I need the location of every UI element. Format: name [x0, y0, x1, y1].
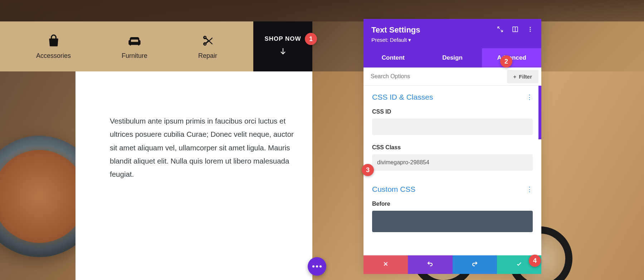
nav-label: Accessories — [36, 52, 71, 60]
nav-label: Repair — [198, 52, 217, 60]
scrollbar[interactable] — [538, 86, 541, 139]
panel-tabs: Content Design Advanced — [364, 48, 541, 68]
redo-icon — [472, 261, 478, 269]
undo-icon — [427, 261, 433, 269]
section-menu-icon[interactable]: ⋮ — [526, 185, 533, 193]
svg-point-2 — [530, 29, 531, 30]
nav-item-furniture[interactable]: Furniture — [122, 34, 147, 60]
close-icon — [382, 261, 389, 269]
arrow-down-icon — [279, 47, 287, 58]
nav-label: Furniture — [122, 52, 147, 60]
dots-icon — [312, 265, 322, 268]
tab-content[interactable]: Content — [364, 48, 423, 68]
panel-title: Text Settings — [371, 25, 420, 35]
section-css-id-classes: CSS ID & Classes ⋮ CSS ID CSS Class — [364, 86, 541, 178]
css-class-label: CSS Class — [372, 144, 533, 151]
tab-advanced[interactable]: Advanced — [482, 48, 541, 68]
plus-icon: + — [513, 74, 517, 80]
redo-button[interactable] — [453, 255, 497, 274]
undo-button[interactable] — [408, 255, 452, 274]
nav-tan-area: Accessories Furniture Repair — [0, 21, 253, 71]
columns-icon[interactable] — [512, 26, 518, 34]
preset-dropdown[interactable]: Preset: Default ▾ — [371, 37, 533, 43]
expand-icon[interactable] — [497, 26, 503, 34]
svg-point-1 — [530, 27, 531, 28]
check-icon — [516, 261, 522, 269]
tab-design[interactable]: Design — [423, 48, 482, 68]
callout-badge-1: 1 — [305, 33, 317, 45]
css-id-label: CSS ID — [372, 109, 533, 115]
search-row: + Filter — [364, 68, 541, 86]
cancel-button[interactable] — [364, 255, 408, 274]
panel-header: Text Settings Preset: Default ▾ — [364, 19, 541, 48]
callout-badge-2: 2 — [500, 55, 512, 68]
content-paragraph: Vestibulum ante ipsum primis in faucibus… — [110, 114, 295, 181]
panel-footer — [364, 255, 541, 274]
content-card: Vestibulum ante ipsum primis in faucibus… — [75, 71, 312, 280]
sofa-icon — [127, 34, 142, 48]
filter-button[interactable]: + Filter — [507, 70, 538, 83]
scissors-icon — [201, 34, 215, 48]
fab-more-button[interactable] — [308, 257, 326, 276]
svg-point-3 — [530, 31, 531, 32]
kebab-icon[interactable] — [527, 26, 533, 34]
css-id-input[interactable] — [372, 119, 533, 135]
settings-panel: Text Settings Preset: Default ▾ Content … — [364, 19, 541, 274]
search-input[interactable] — [364, 68, 504, 85]
background-top — [0, 0, 644, 21]
section-title[interactable]: CSS ID & Classes — [372, 93, 433, 101]
bag-icon — [47, 34, 61, 48]
nav-item-accessories[interactable]: Accessories — [36, 34, 71, 60]
nav-item-repair[interactable]: Repair — [198, 34, 217, 60]
before-code-input[interactable] — [372, 211, 533, 232]
category-nav: Accessories Furniture Repair SHOP NOW — [0, 21, 312, 71]
chevron-down-icon: ▾ — [408, 37, 411, 43]
shop-now-label: SHOP NOW — [264, 35, 301, 42]
css-class-input[interactable] — [372, 154, 533, 171]
callout-badge-4: 4 — [529, 255, 541, 267]
section-menu-icon[interactable]: ⋮ — [526, 93, 533, 101]
callout-badge-3: 3 — [362, 164, 374, 176]
panel-body: CSS ID & Classes ⋮ CSS ID CSS Class Cust… — [364, 86, 541, 255]
before-label: Before — [372, 201, 533, 207]
shop-now-button[interactable]: SHOP NOW — [253, 21, 312, 71]
section-title[interactable]: Custom CSS — [372, 185, 415, 194]
section-custom-css: Custom CSS ⋮ Before — [364, 178, 541, 235]
